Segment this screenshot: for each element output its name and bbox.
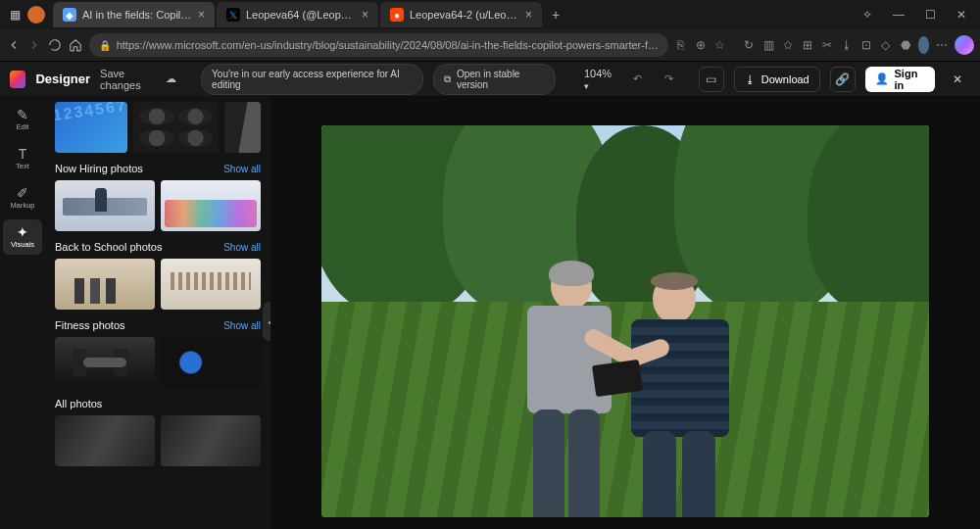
browser-tab[interactable]: 𝕏 Leopeva64 (@Leopeva64) / Twitt × [217, 2, 378, 27]
visuals-icon: ✦ [17, 225, 28, 239]
save-status[interactable]: Save changes ☁ [100, 68, 176, 91]
thumb-group[interactable] [161, 180, 261, 231]
close-icon[interactable]: × [362, 8, 368, 22]
avatar-icon[interactable] [918, 36, 929, 54]
favorites-bar-icon[interactable]: ✩ [781, 34, 795, 56]
show-all-link[interactable]: Show all [223, 242, 261, 253]
downloads-icon[interactable]: ⭳ [840, 34, 854, 56]
thumb-abstract[interactable] [224, 102, 261, 153]
markup-icon: ✐ [17, 186, 28, 200]
window-titlebar: ▦ ◆ AI in the fields: Copilot powers sm … [0, 0, 980, 29]
share-button[interactable]: 🔗 [830, 67, 856, 92]
canvas-area [270, 96, 980, 529]
redo-button[interactable]: ↷ [658, 68, 679, 91]
section-title: Fitness photos [55, 319, 125, 331]
browser-tab[interactable]: ● Leopeva64-2 (u/Leopeva64-2) - R × [380, 2, 542, 27]
thumb-speakers[interactable] [133, 102, 218, 153]
refresh-button[interactable] [47, 33, 62, 57]
main-area: ✎ Edit T Text ✐ Markup ✦ Visuals Now Hir… [0, 96, 980, 529]
close-icon[interactable]: × [525, 8, 532, 22]
thumb-generic[interactable] [161, 415, 261, 466]
designer-toolbar: Designer Save changes ☁ You're in our ea… [0, 61, 980, 96]
download-icon: ⭳ [745, 73, 756, 85]
thumb-hallway[interactable] [161, 259, 261, 310]
favicon-icon: ◆ [63, 8, 76, 22]
close-icon[interactable]: × [198, 8, 205, 22]
history-icon[interactable]: ↻ [742, 34, 756, 56]
thumb-generic[interactable] [55, 415, 155, 466]
collections-icon[interactable]: ⊞ [801, 34, 814, 56]
close-panel-button[interactable]: ✕ [945, 67, 970, 92]
tab-title: Leopeva64-2 (u/Leopeva64-2) - R [410, 9, 519, 21]
designer-logo-icon [10, 71, 25, 88]
favorite-icon[interactable]: ☆ [713, 34, 727, 56]
show-all-link[interactable]: Show all [223, 320, 261, 331]
new-tab-button[interactable]: + [544, 7, 567, 23]
thumb-weights[interactable] [161, 337, 261, 388]
browser-toolbar: 🔒 https://www.microsoft.com/en-us/indust… [0, 29, 980, 61]
undo-button[interactable]: ↶ [626, 68, 648, 91]
extensions-icon[interactable]: ⊡ [859, 34, 873, 56]
lock-icon: 🔒 [99, 40, 111, 51]
section-title: All photos [55, 398, 102, 409]
rail-markup[interactable]: ✐ Markup [3, 180, 42, 216]
zoom-level[interactable]: 104% ▾ [584, 68, 616, 91]
section-title: Back to School photos [55, 241, 162, 253]
canvas-tablet [592, 360, 643, 397]
visuals-panel: Now Hiring photos Show all Back to Schoo… [45, 96, 270, 529]
thumb-office[interactable] [55, 180, 155, 231]
panel-collapse-handle[interactable]: ◂ [263, 302, 270, 341]
thumb-classroom[interactable] [55, 259, 155, 310]
maximize-button[interactable]: ☐ [915, 8, 945, 22]
home-button[interactable] [69, 33, 83, 57]
open-stable-button[interactable]: ⧉ Open in stable version [433, 64, 556, 95]
translate-icon[interactable]: ⊕ [694, 34, 708, 56]
extension-icon[interactable]: ⬣ [899, 34, 912, 56]
chevron-down-icon: ▾ [584, 81, 589, 91]
address-bar[interactable]: 🔒 https://www.microsoft.com/en-us/indust… [89, 33, 668, 57]
thumb-numbers[interactable] [55, 102, 127, 153]
rail-visuals[interactable]: ✦ Visuals [3, 219, 42, 255]
copilot-titlebar-icon[interactable]: ✧ [853, 8, 882, 22]
url-text: https://www.microsoft.com/en-us/industry… [117, 39, 659, 51]
workspace-icon[interactable]: ▦ [4, 4, 25, 25]
app-name: Designer [35, 72, 90, 86]
split-icon[interactable]: ▥ [761, 34, 775, 56]
copilot-icon[interactable] [955, 34, 974, 56]
thumb-dumbbells[interactable] [55, 337, 155, 388]
tab-title: Leopeva64 (@Leopeva64) / Twitt [246, 9, 356, 21]
close-window-button[interactable]: ✕ [947, 8, 976, 22]
external-icon: ⧉ [444, 73, 451, 85]
back-button[interactable] [6, 33, 21, 57]
rail-text[interactable]: T Text [3, 141, 42, 176]
device-preview-button[interactable]: ▭ [699, 67, 724, 92]
sign-in-button[interactable]: 👤 Sign in [865, 67, 936, 92]
pocket-icon[interactable]: ◇ [879, 34, 893, 56]
edit-icon: ✎ [17, 108, 28, 121]
show-all-link[interactable]: Show all [223, 164, 261, 174]
person-icon: 👤 [875, 72, 889, 85]
text-icon: T [19, 147, 27, 161]
favicon-icon: 𝕏 [226, 8, 240, 22]
left-rail: ✎ Edit T Text ✐ Markup ✦ Visuals [0, 96, 45, 529]
rail-edit[interactable]: ✎ Edit [3, 102, 42, 137]
eap-badge: You're in our early access experience fo… [201, 64, 423, 95]
download-button[interactable]: ⭳ Download [734, 67, 820, 92]
favicon-icon: ● [390, 8, 404, 22]
more-icon[interactable]: ⋯ [935, 34, 949, 56]
profile-icon[interactable] [27, 6, 45, 24]
forward-button[interactable] [26, 33, 41, 57]
browser-tab[interactable]: ◆ AI in the fields: Copilot powers sm × [53, 2, 215, 27]
canvas-image[interactable] [321, 125, 929, 517]
tab-title: AI in the fields: Copilot powers sm [82, 9, 192, 21]
section-title: Now Hiring photos [55, 163, 143, 174]
minimize-button[interactable]: — [884, 8, 913, 22]
read-aloud-icon[interactable]: ⎘ [674, 34, 688, 56]
screenshot-icon[interactable]: ✂ [820, 34, 834, 56]
cloud-icon: ☁ [166, 72, 176, 85]
